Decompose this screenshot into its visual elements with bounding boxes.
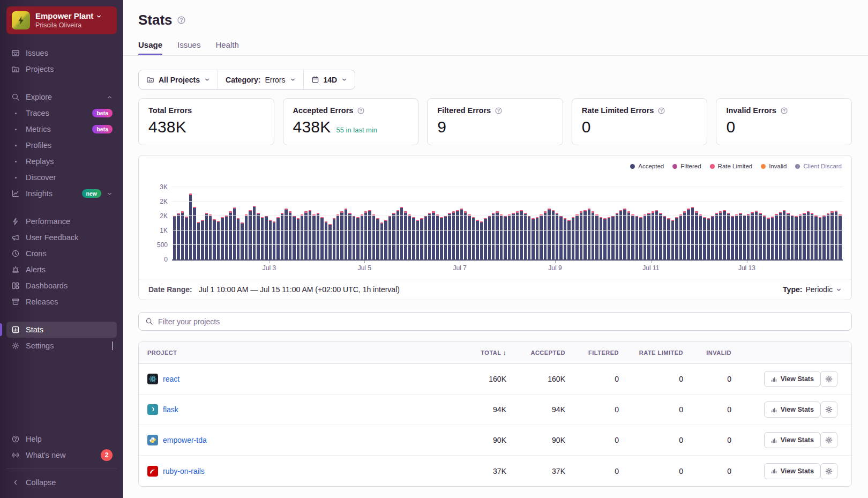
- chart-bar: [819, 217, 821, 259]
- chart-bar: [723, 210, 725, 259]
- sidebar-item-discover[interactable]: Discover: [6, 169, 117, 185]
- chart-bar: [404, 211, 407, 259]
- search-input[interactable]: [158, 317, 845, 326]
- chart-legend: AcceptedFilteredRate LimitedInvalidClien…: [147, 162, 843, 175]
- stat-cards: Total Errors438KAccepted Errors438K55 in…: [138, 98, 852, 145]
- chart-bar: [428, 213, 431, 259]
- search-icon: [11, 93, 20, 101]
- legend-item-rate-limited[interactable]: Rate Limited: [710, 163, 753, 169]
- type-value: Periodic: [805, 285, 833, 294]
- help-circle-icon[interactable]: [357, 107, 365, 115]
- chart-bar: [420, 218, 423, 259]
- chart-bar: [345, 209, 347, 259]
- legend-item-filtered[interactable]: Filtered: [672, 163, 701, 169]
- sidebar-collapse-button[interactable]: Collapse: [6, 474, 117, 490]
- chart-bar: [245, 214, 248, 259]
- date-range-dropdown[interactable]: 14D: [303, 70, 355, 89]
- type-dropdown[interactable]: Type: Periodic: [783, 285, 842, 294]
- chart-bar: [309, 210, 311, 259]
- org-switcher[interactable]: Empower Plant Priscila Oliveira: [6, 6, 117, 34]
- legend-label: Invalid: [769, 163, 787, 169]
- column-header-total[interactable]: TOTAL↓: [461, 349, 515, 356]
- project-link[interactable]: react: [163, 375, 179, 383]
- column-header-accepted[interactable]: ACCEPTED: [515, 350, 574, 356]
- megaphone-icon: [11, 233, 20, 242]
- tab-usage[interactable]: Usage: [138, 40, 162, 55]
- chart-bar: [616, 213, 618, 259]
- legend-item-invalid[interactable]: Invalid: [761, 163, 787, 169]
- category-filter-dropdown[interactable]: Category: Errors: [218, 70, 303, 89]
- chevron-down-icon: [107, 191, 113, 197]
- chart-bar: [663, 215, 666, 259]
- sidebar-item-label: Discover: [26, 173, 113, 182]
- tab-issues[interactable]: Issues: [177, 40, 200, 55]
- date-range-text: Jul 1 10:00 AM — Jul 15 11:00 AM (+02:00…: [199, 285, 400, 294]
- whats-new-count-badge: 2: [101, 449, 113, 461]
- chart-bar: [436, 214, 439, 259]
- chart-bar: [799, 214, 802, 259]
- view-stats-button[interactable]: View Stats: [764, 463, 820, 479]
- sidebar-item-help[interactable]: Help: [6, 431, 117, 447]
- chart-bar: [297, 218, 300, 259]
- chart-bar: [639, 217, 642, 259]
- project-link[interactable]: ruby-on-rails: [163, 467, 205, 475]
- project-filter-dropdown[interactable]: All Projects: [139, 70, 218, 89]
- help-circle-icon[interactable]: [780, 107, 788, 115]
- chart-bar: [675, 217, 678, 259]
- category-filter-value: Errors: [265, 76, 285, 84]
- project-link[interactable]: empower-tda: [163, 436, 207, 444]
- new-badge: new: [82, 189, 101, 198]
- sidebar-item-settings[interactable]: Settings: [6, 338, 117, 354]
- view-stats-button[interactable]: View Stats: [764, 432, 820, 448]
- chart-bar: [500, 214, 503, 259]
- sidebar-item-projects[interactable]: Projects: [6, 61, 117, 77]
- column-header-rate-limited[interactable]: RATE LIMITED: [627, 350, 692, 356]
- sidebar-item-whats-new[interactable]: What's new 2: [6, 447, 117, 463]
- x-axis-label: Jul 3: [263, 264, 276, 272]
- sidebar-item-profiles[interactable]: Profiles: [6, 137, 117, 153]
- sidebar-item-issues[interactable]: Issues: [6, 45, 117, 61]
- org-avatar: [12, 11, 30, 29]
- filter-bar: All Projects Category: Errors 14D: [138, 70, 355, 90]
- tab-health[interactable]: Health: [215, 40, 238, 55]
- sidebar-item-traces[interactable]: Tracesbeta: [6, 105, 117, 121]
- help-circle-icon[interactable]: [495, 107, 503, 115]
- view-stats-button[interactable]: View Stats: [764, 371, 820, 387]
- chart-bar: [635, 215, 638, 259]
- sidebar-item-alerts[interactable]: Alerts: [6, 262, 117, 278]
- chart-bar: [779, 212, 782, 259]
- chart-bar: [472, 217, 475, 259]
- chart-bar: [253, 206, 256, 259]
- legend-dot: [795, 164, 800, 169]
- sidebar-item-stats[interactable]: Stats: [6, 322, 117, 338]
- sidebar-item-explore[interactable]: Explore: [6, 89, 117, 105]
- column-header-project[interactable]: PROJECT: [139, 350, 461, 356]
- legend-item-client-discard[interactable]: Client Discard: [795, 163, 842, 169]
- x-axis-tick: [364, 261, 365, 263]
- rate-limited-value: 0: [627, 436, 692, 444]
- sidebar-item-crons[interactable]: Crons: [6, 246, 117, 262]
- project-settings-button[interactable]: [820, 402, 837, 418]
- view-stats-button[interactable]: View Stats: [764, 402, 820, 418]
- legend-item-accepted[interactable]: Accepted: [630, 163, 664, 169]
- column-header-invalid[interactable]: INVALID: [692, 350, 740, 356]
- sidebar-item-replays[interactable]: Replays: [6, 153, 117, 169]
- stat-card-extra: 55 in last min: [336, 126, 377, 134]
- project-link[interactable]: flask: [163, 405, 178, 414]
- sidebar-item-dashboards[interactable]: Dashboards: [6, 278, 117, 294]
- sidebar-item-releases[interactable]: Releases: [6, 294, 117, 310]
- project-settings-button[interactable]: [820, 463, 837, 479]
- sidebar-item-insights[interactable]: Insightsnew: [6, 185, 117, 202]
- project-settings-button[interactable]: [820, 371, 837, 387]
- page-help-icon[interactable]: [177, 16, 186, 25]
- total-value: 37K: [461, 467, 515, 475]
- chart-bar: [807, 211, 810, 259]
- bullet-icon: [11, 177, 20, 179]
- sidebar-item-metrics[interactable]: Metricsbeta: [6, 121, 117, 137]
- column-header-filtered[interactable]: FILTERED: [574, 350, 627, 356]
- project-settings-button[interactable]: [820, 432, 837, 448]
- sidebar-item-performance[interactable]: Performance: [6, 213, 117, 229]
- chart-bar: [647, 213, 650, 259]
- help-circle-icon[interactable]: [657, 107, 665, 115]
- sidebar-item-user-feedback[interactable]: User Feedback: [6, 229, 117, 246]
